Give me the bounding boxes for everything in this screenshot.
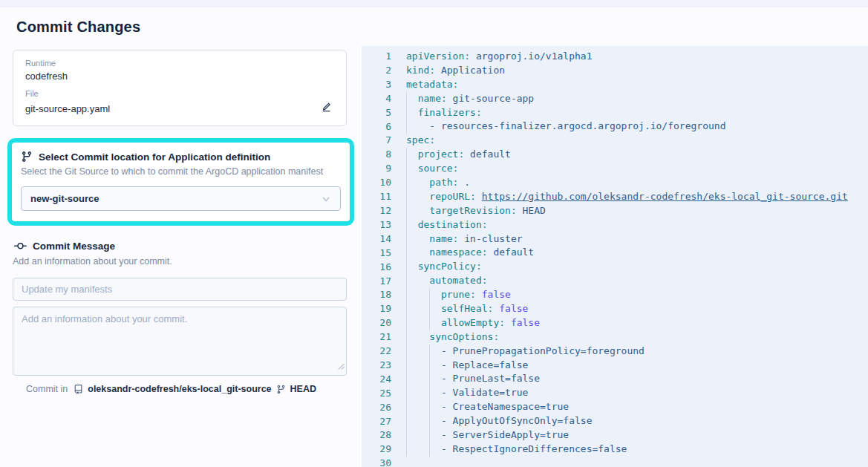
code-line: - ServerSideApply=true <box>406 428 868 442</box>
indent-guide <box>406 204 407 218</box>
code-token-val: in-cluster <box>458 233 522 244</box>
code-token-bool: false <box>476 289 511 300</box>
code-line: selfHeal: false <box>406 302 868 316</box>
runtime-label: Runtime <box>25 59 334 68</box>
line-number: 7 <box>362 134 391 148</box>
code-token-key: namespace: <box>406 246 488 258</box>
indent-guide <box>406 106 407 120</box>
code-token-val: - Replace=false <box>406 359 528 370</box>
code-line: project: default <box>406 148 868 162</box>
pencil-icon <box>320 100 332 112</box>
indent-guide <box>429 372 430 386</box>
line-number: 10 <box>362 176 391 190</box>
indent-guide <box>429 288 430 302</box>
line-number: 3 <box>362 78 391 92</box>
indent-guide <box>406 232 407 246</box>
line-number: 27 <box>362 415 391 429</box>
code-line: allowEmpty: false <box>406 316 868 330</box>
indent-guide <box>406 344 407 359</box>
line-number: 25 <box>362 387 391 401</box>
code-token-key: syncOptions: <box>406 331 499 342</box>
git-source-select[interactable]: new-git-source <box>21 186 341 211</box>
git-source-selected-value: new-git-source <box>30 193 321 204</box>
code-line: source: <box>406 162 868 176</box>
code-token-val: . <box>458 177 470 188</box>
code-token-val: default <box>464 148 511 160</box>
indent-guide <box>429 386 430 400</box>
indent-guide <box>406 176 407 190</box>
commit-summary-input[interactable] <box>13 278 347 301</box>
line-number: 23 <box>362 359 391 373</box>
code-line: - resources-finalizer.argocd.argoproj.io… <box>406 120 868 134</box>
line-number: 13 <box>362 218 391 232</box>
commit-location-title: Select Commit location for Application d… <box>39 151 270 163</box>
commit-description-textarea[interactable] <box>13 307 347 376</box>
code-line: prune: false <box>406 288 868 302</box>
code-gutter: 1234567891011121314151617181920212223242… <box>362 50 391 467</box>
indent-guide <box>429 316 430 330</box>
commit-message-subtitle: Add an information about your commit. <box>13 256 347 267</box>
code-line: - CreateNamespace=true <box>406 400 868 414</box>
indent-guide <box>429 302 430 316</box>
line-number: 20 <box>362 316 391 330</box>
git-branch-icon <box>21 151 33 163</box>
code-token-key: name: <box>406 233 458 244</box>
code-token-val: Application <box>435 65 505 76</box>
code-line: kind: Application <box>406 64 868 78</box>
top-strip <box>0 0 868 7</box>
commit-location-subtitle: Select the Git Source to which to commit… <box>21 166 344 177</box>
line-number: 12 <box>362 204 391 218</box>
resize-handle-icon[interactable] <box>338 359 345 373</box>
line-number: 4 <box>362 92 391 106</box>
repo-url-link[interactable]: https://github.com/oleksandr-codefresh/e… <box>482 191 848 202</box>
indent-guide <box>406 92 407 106</box>
code-token-val: - CreateNamespace=true <box>406 401 569 412</box>
code-token-key: destination: <box>406 219 488 230</box>
indent-guide <box>406 260 407 274</box>
indent-guide <box>406 218 407 232</box>
runtime-value: codefresh <box>25 71 334 82</box>
repo-icon <box>74 385 83 394</box>
indent-guide <box>429 344 430 359</box>
code-token-key: source: <box>406 163 458 174</box>
code-line: spec: <box>406 134 868 148</box>
file-label: File <box>25 89 334 98</box>
indent-guide <box>406 372 407 386</box>
line-number: 22 <box>362 344 391 359</box>
code-token-val: - ApplyOutOfSyncOnly=false <box>406 415 592 426</box>
commit-message-section: Commit Message Add an information about … <box>13 240 347 394</box>
indent-guide <box>406 386 407 400</box>
commit-location-highlight: Select Commit location for Application d… <box>7 138 354 226</box>
code-token-key: allowEmpty: <box>406 317 505 328</box>
indent-guide <box>429 428 430 442</box>
code-token-key: finalizers: <box>406 107 482 118</box>
indent-guide <box>429 359 430 373</box>
code-token-key: automated: <box>406 275 488 286</box>
code-token-val: - PruneLast=false <box>406 373 540 384</box>
indent-guide <box>429 442 430 457</box>
git-commit-icon <box>14 240 27 252</box>
code-token-key: selfHeal: <box>406 303 493 314</box>
line-number: 18 <box>362 288 391 302</box>
line-number: 30 <box>362 457 391 467</box>
code-token-key: apiVersion: <box>406 50 470 62</box>
line-number: 11 <box>362 190 391 204</box>
edit-file-button[interactable] <box>318 98 334 114</box>
page-title: Commit Changes <box>16 19 362 36</box>
indent-guide <box>406 302 407 316</box>
code-line: - PrunePropagationPolicy=foreground <box>406 344 868 359</box>
code-token-val: - Validate=true <box>406 387 528 398</box>
code-line: - RespectIgnoreDifferences=false <box>406 442 868 457</box>
line-number: 8 <box>362 148 391 162</box>
branch-name: HEAD <box>290 384 316 394</box>
line-number: 24 <box>362 373 391 387</box>
code-line: syncPolicy: <box>406 260 868 274</box>
code-token-key: targetRevision: <box>406 205 517 216</box>
line-number: 16 <box>362 261 391 275</box>
commit-message-title: Commit Message <box>33 241 115 252</box>
indent-guide <box>406 190 407 204</box>
code-line: - Validate=true <box>406 386 868 400</box>
line-number: 17 <box>362 275 391 289</box>
code-token-val: git-source-app <box>447 93 534 104</box>
yaml-editor[interactable]: 1234567891011121314151617181920212223242… <box>362 46 868 467</box>
